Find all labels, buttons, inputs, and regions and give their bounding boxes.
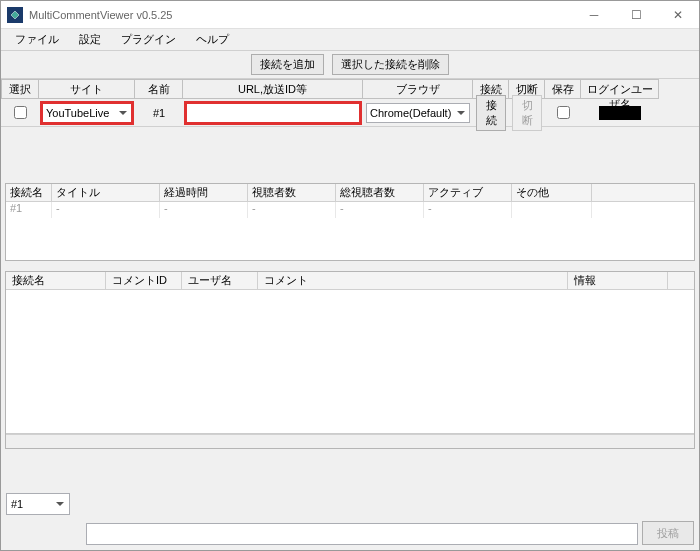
user-redacted (599, 106, 641, 120)
comment-body (6, 290, 694, 434)
ccol-comment[interactable]: コメント (258, 272, 568, 289)
scrollbar-area[interactable] (6, 434, 694, 448)
col-save: 保存 (545, 79, 581, 99)
col-url: URL,放送ID等 (183, 79, 363, 99)
menu-help[interactable]: ヘルプ (186, 30, 239, 49)
scol-viewers[interactable]: 視聴者数 (248, 184, 336, 201)
spacer (1, 127, 699, 183)
delete-connection-button[interactable]: 選択した接続を削除 (332, 54, 449, 75)
srow-elapsed: - (160, 202, 248, 218)
status-row: #1 - - - - - (6, 202, 694, 218)
srow-total: - (336, 202, 424, 218)
col-user: ログインユーザ名 (581, 79, 659, 99)
connection-header: 選択 サイト 名前 URL,放送ID等 ブラウザ 接続 切断 保存 ログインユー… (1, 79, 699, 99)
srow-other (512, 202, 592, 218)
post-target-dropdown[interactable]: #1 (6, 493, 70, 515)
col-name: 名前 (135, 79, 183, 99)
status-header: 接続名 タイトル 経過時間 視聴者数 総視聴者数 アクティブ その他 (6, 184, 694, 202)
srow-viewers: - (248, 202, 336, 218)
ccol-info[interactable]: 情報 (568, 272, 668, 289)
status-table: 接続名 タイトル 経過時間 視聴者数 総視聴者数 アクティブ その他 #1 - … (5, 183, 695, 261)
scol-name[interactable]: 接続名 (6, 184, 52, 201)
ccol-user[interactable]: ユーザ名 (182, 272, 258, 289)
connection-row: YouTubeLive #1 Chrome(Default) 接続 切断 (1, 99, 699, 127)
disconnect-button[interactable]: 切断 (512, 95, 542, 131)
row-name: #1 (153, 107, 165, 119)
menu-file[interactable]: ファイル (5, 30, 69, 49)
toolbar: 接続を追加 選択した接続を削除 (1, 51, 699, 79)
ccol-id[interactable]: コメントID (106, 272, 182, 289)
maximize-button[interactable]: ☐ (615, 1, 657, 29)
srow-title: - (52, 202, 160, 218)
url-input[interactable] (186, 103, 360, 123)
post-button[interactable]: 投稿 (642, 521, 694, 545)
site-dropdown[interactable]: YouTubeLive (42, 103, 132, 123)
add-connection-button[interactable]: 接続を追加 (251, 54, 324, 75)
menu-settings[interactable]: 設定 (69, 30, 111, 49)
srow-name: #1 (6, 202, 52, 218)
comment-table: 接続名 コメントID ユーザ名 コメント 情報 (5, 271, 695, 449)
menu-plugin[interactable]: プラグイン (111, 30, 186, 49)
menubar: ファイル 設定 プラグイン ヘルプ (1, 29, 699, 51)
connection-table: 選択 サイト 名前 URL,放送ID等 ブラウザ 接続 切断 保存 ログインユー… (1, 79, 699, 127)
titlebar: MultiCommentViewer v0.5.25 ─ ☐ ✕ (1, 1, 699, 29)
post-input[interactable] (86, 523, 638, 545)
scol-title[interactable]: タイトル (52, 184, 160, 201)
comment-header: 接続名 コメントID ユーザ名 コメント 情報 (6, 272, 694, 290)
srow-active: - (424, 202, 512, 218)
scol-active[interactable]: アクティブ (424, 184, 512, 201)
close-button[interactable]: ✕ (657, 1, 699, 29)
connect-button[interactable]: 接続 (476, 95, 506, 131)
minimize-button[interactable]: ─ (573, 1, 615, 29)
row-select-checkbox[interactable] (14, 106, 27, 119)
col-site: サイト (39, 79, 135, 99)
app-icon (7, 7, 23, 23)
scol-elapsed[interactable]: 経過時間 (160, 184, 248, 201)
footer: #1 投稿 (6, 493, 694, 545)
row-save-checkbox[interactable] (557, 106, 570, 119)
ccol-name[interactable]: 接続名 (6, 272, 106, 289)
col-select: 選択 (1, 79, 39, 99)
browser-dropdown[interactable]: Chrome(Default) (366, 103, 470, 123)
scol-other[interactable]: その他 (512, 184, 592, 201)
scol-total[interactable]: 総視聴者数 (336, 184, 424, 201)
window-title: MultiCommentViewer v0.5.25 (29, 9, 573, 21)
col-browser: ブラウザ (363, 79, 473, 99)
